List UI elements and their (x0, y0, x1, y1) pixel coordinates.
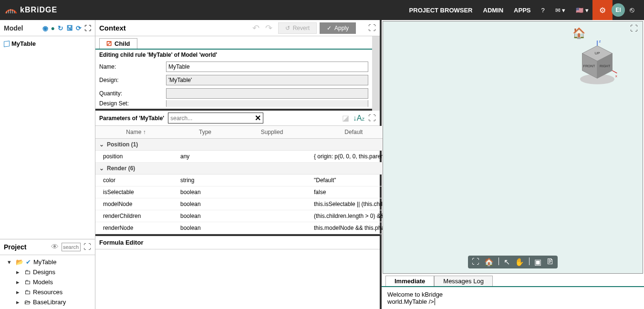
caret-right-icon: ▸ (16, 288, 22, 296)
revert-icon: ↺ (285, 25, 290, 31)
viewport-toolbar: ⛶ 🏠 ↖ ✋ ▣ 🖹 (468, 256, 558, 268)
caret-right-icon: ▸ (16, 299, 22, 306)
vp-box-icon[interactable]: ▣ (534, 258, 541, 267)
project-search-input[interactable] (62, 243, 81, 251)
design-label: Design: (99, 77, 166, 83)
project-child-label: Designs (33, 268, 55, 276)
viewport-3d[interactable]: ⛶ 🏠 UP FRONT RIGHT z x ⛶ (383, 21, 643, 274)
project-child-resources[interactable]: ▸ 🗀 Resources (8, 287, 95, 297)
console-body[interactable]: Welcome to kBridge world.MyTable /> (382, 287, 644, 309)
context-scrollbar[interactable] (372, 36, 380, 111)
nav-apps[interactable]: APPS (514, 7, 530, 14)
cube-icon (4, 41, 10, 47)
params-expand-icon[interactable]: ⛶ (368, 114, 376, 123)
sort-az-icon[interactable]: ↓AZ (353, 114, 364, 123)
folder-open-icon: 📂 (16, 258, 23, 266)
reload-icon[interactable]: ⟳ (76, 24, 82, 32)
mail-icon[interactable]: ✉ ▾ (555, 7, 566, 14)
vp-pan-icon[interactable]: ✋ (515, 258, 524, 267)
quantity-input[interactable] (166, 88, 368, 99)
apply-button[interactable]: ✓ Apply (320, 22, 356, 34)
param-row[interactable]: renderNodebooleanthis.modelNode && this.… (95, 222, 397, 234)
project-child-models[interactable]: ▸ 🗀 Models (8, 277, 95, 287)
param-row[interactable]: isSelectablebooleanfalse (95, 186, 397, 198)
undo-icon[interactable]: ↶ (252, 23, 260, 33)
check-icon: ✓ (327, 25, 332, 31)
clear-search-icon[interactable]: ✕ (255, 113, 261, 123)
col-type[interactable]: Type (177, 126, 234, 138)
redo-icon[interactable]: ↷ (265, 23, 272, 33)
params-search-input[interactable] (170, 115, 255, 122)
name-input[interactable] (166, 62, 368, 72)
vp-fit-icon[interactable]: ⛶ (472, 258, 479, 267)
svg-text:RIGHT: RIGHT (600, 64, 611, 68)
nav-project-browser[interactable]: PROJECT BROWSER (409, 7, 473, 14)
dot-icon[interactable]: ● (51, 24, 55, 32)
param-row[interactable]: positionany{ origin: p(0, 0, 0, this.par… (95, 151, 397, 163)
col-name[interactable]: Name (126, 129, 141, 135)
help-icon[interactable]: ? (541, 7, 545, 14)
play-icon[interactable]: ◉ (42, 24, 48, 32)
designset-input[interactable] (166, 100, 368, 107)
formula-editor-body[interactable] (95, 249, 380, 309)
caret-down-icon: ▾ (8, 258, 13, 266)
gear-icon: ⚙ (599, 6, 606, 15)
tab-immediate[interactable]: Immediate (385, 276, 434, 286)
editing-description: Editing child rule 'MyTable' of Model 'w… (99, 52, 368, 58)
vp-select-icon[interactable]: ↖ (504, 258, 510, 267)
model-tree-root-label: MyTable (11, 40, 36, 47)
refresh-icon[interactable]: ↻ (58, 24, 63, 32)
viewport-expand-icon[interactable]: ⛶ (630, 24, 638, 33)
context-expand-icon[interactable]: ⛶ (368, 24, 376, 32)
vp-pdf-icon[interactable]: 🖹 (546, 258, 554, 267)
context-panel-header: Context ↶ ↷ ↺ Revert ✓ Apply ⛶ (95, 20, 380, 36)
tab-messages-log[interactable]: Messages Log (434, 276, 493, 286)
param-row[interactable]: modelNodebooleanthis.isSelectable || (th… (95, 198, 397, 210)
logo-arch-icon (5, 6, 17, 14)
revert-label: Revert (293, 25, 310, 31)
project-panel-title: Project (4, 243, 26, 251)
apply-label: Apply (334, 25, 349, 31)
design-input[interactable] (166, 75, 368, 85)
param-row[interactable]: renderChildrenboolean(this.children.leng… (95, 210, 397, 222)
user-avatar[interactable]: EI (612, 3, 625, 17)
project-child-label: BaseLibrary (33, 299, 66, 306)
vp-home-icon[interactable]: 🏠 (484, 258, 494, 267)
project-child-designs[interactable]: ▸ 🗀 Designs (8, 267, 95, 277)
nav-admin[interactable]: ADMIN (483, 7, 504, 14)
project-root[interactable]: ▾ 📂 ✔ MyTable (8, 257, 95, 267)
home-icon[interactable]: 🏠 (572, 27, 585, 40)
view-cube[interactable]: UP FRONT RIGHT z x (576, 41, 619, 83)
sort-asc-icon: ↑ (143, 129, 146, 135)
expand-icon[interactable]: ⛶ (84, 24, 91, 32)
chevron-down-icon: ⌄ (99, 165, 104, 172)
visibility-icon[interactable]: 👁 (51, 243, 59, 251)
project-child-baselibrary[interactable]: ▸ 🗁 BaseLibrary (8, 297, 95, 307)
param-row[interactable]: colorstring"Default" (95, 175, 397, 186)
signout-button[interactable]: ⎋ (625, 6, 639, 14)
brand-logo: kBRiDGE (5, 6, 57, 14)
locale-flag-icon[interactable]: 🇺🇸 ▾ (576, 7, 589, 14)
quantity-label: Quantity: (99, 90, 166, 97)
col-supplied[interactable]: Supplied (234, 126, 310, 138)
param-group[interactable]: ⌄Render (6) (95, 163, 397, 175)
brand-text: kBRiDGE (20, 6, 57, 14)
model-panel-header: Model ◉ ● ↻ 🖫 ⟳ ⛶ (0, 20, 95, 36)
save-icon[interactable]: 🖫 (66, 24, 73, 32)
project-expand-icon[interactable]: ⛶ (83, 243, 91, 251)
child-tab[interactable]: ⚂ Child (99, 38, 137, 49)
folder-icon: 🗀 (24, 278, 31, 286)
project-child-label: Models (33, 278, 53, 286)
model-tree-root[interactable]: MyTable (4, 39, 91, 48)
topbar: kBRiDGE PROJECT BROWSER ADMIN APPS ? ✉ ▾… (0, 0, 644, 20)
child-tab-label: Child (114, 40, 130, 47)
top-nav: PROJECT BROWSER ADMIN APPS ? ✉ ▾ 🇺🇸 ▾ (409, 7, 589, 14)
check-circle-icon: ✔ (26, 258, 31, 266)
params-search[interactable]: ✕ (168, 113, 263, 124)
folder-icon: 🗀 (24, 268, 31, 276)
project-child-label: Resources (33, 288, 62, 296)
param-group[interactable]: ⌄Position (1) (95, 139, 397, 151)
settings-button[interactable]: ⚙ (592, 0, 613, 20)
console-prompt: world.MyTable /> (387, 298, 638, 305)
eraser-icon[interactable]: ◪ (342, 113, 349, 123)
